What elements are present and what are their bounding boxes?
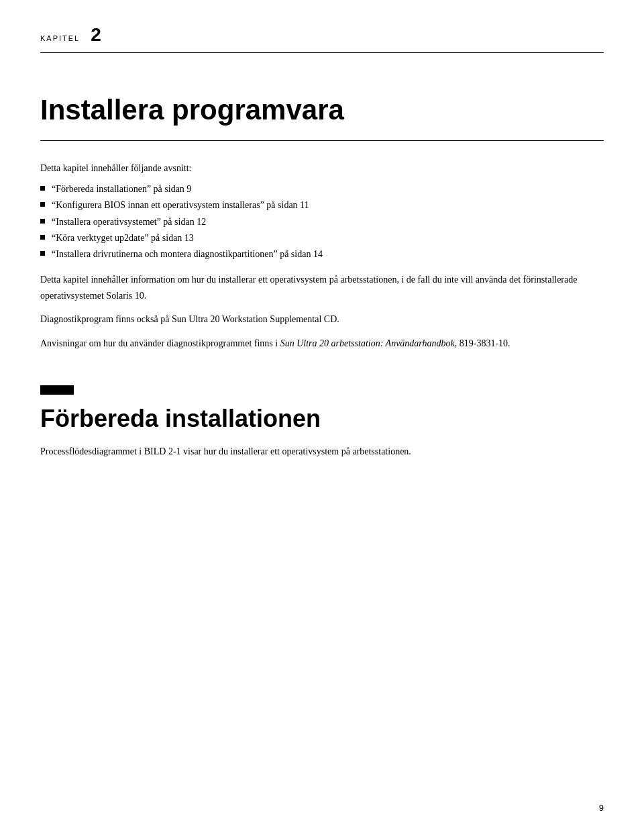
body-paragraph-3: Anvisningar om hur du använder diagnosti… [40,336,604,352]
body3-prefix: Anvisningar om hur du använder diagnosti… [40,338,280,348]
list-item: “Konfigurera BIOS innan ett operativsyst… [40,198,604,213]
body-paragraph-1: Detta kapitel innehåller information om … [40,272,604,304]
section-title: Förbereda installationen [40,404,604,433]
bullet-text: “Installera operativsystemet” på sidan 1… [52,215,206,230]
section-black-bar [40,385,74,395]
bullet-icon [40,251,45,256]
chapter-title: Installera programvara [40,93,604,127]
bullet-icon [40,219,45,224]
intro-lead: Detta kapitel innehåller följande avsnit… [40,161,604,176]
bullet-text: “Installera drivrutinerna och montera di… [52,247,323,262]
bullet-icon [40,202,45,207]
bullet-list: “Förbereda installationen” på sidan 9 “K… [40,182,604,262]
body-paragraph-2: Diagnostikprogram finns också på Sun Ult… [40,311,604,328]
bullet-text: “Förbereda installationen” på sidan 9 [52,182,191,197]
list-item: “Installera operativsystemet” på sidan 1… [40,215,604,230]
section-divider [40,385,604,395]
page-container: KAPITEL 2 Installera programvara Detta k… [0,0,644,833]
section-body: Processflödesdiagrammet i BILD 2-1 visar… [40,444,604,460]
bullet-text: “Köra verktyget up2date” på sidan 13 [52,231,194,246]
chapter-number: 2 [91,24,101,46]
list-item: “Förbereda installationen” på sidan 9 [40,182,604,197]
chapter-label: KAPITEL [40,34,80,42]
intro-section: Detta kapitel innehåller följande avsnit… [40,161,604,352]
body3-suffix: , 819-3831-10. [455,338,511,348]
page-number: 9 [599,803,604,813]
chapter-header: KAPITEL 2 [0,0,644,46]
list-item: “Installera drivrutinerna och montera di… [40,247,604,262]
bullet-icon [40,186,45,191]
bullet-text: “Konfigurera BIOS innan ett operativsyst… [52,198,309,213]
list-item: “Köra verktyget up2date” på sidan 13 [40,231,604,246]
body3-italic: Sun Ultra 20 arbetsstation: Användarhand… [280,338,455,348]
bullet-icon [40,235,45,240]
header-rule [40,52,604,53]
title-rule [40,140,604,141]
